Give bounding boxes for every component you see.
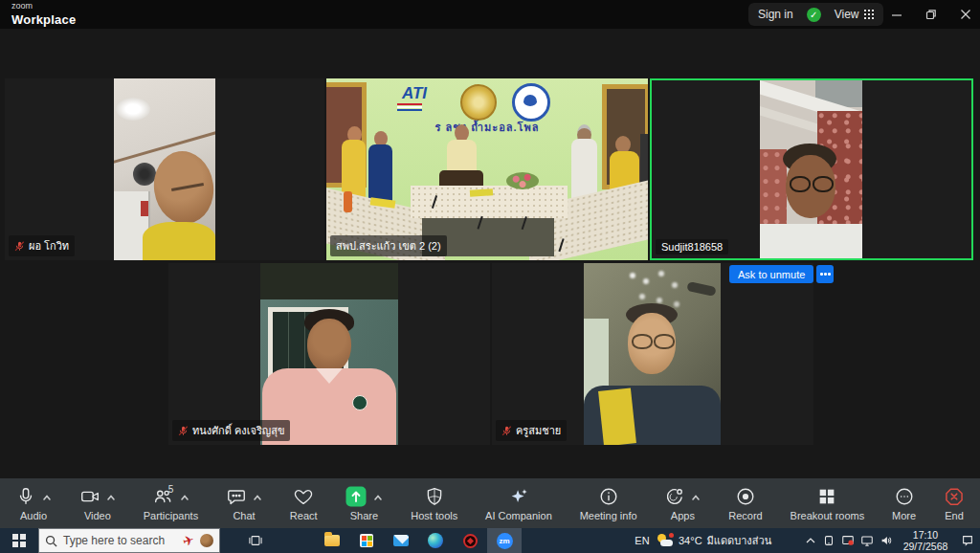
flower-bouquet bbox=[506, 172, 539, 189]
task-view-button[interactable] bbox=[239, 528, 272, 553]
brand-workplace: Workplace bbox=[11, 12, 76, 27]
video-tile-2[interactable]: ATI ร ลชง ถ้ำมะอล.โพล bbox=[326, 78, 648, 260]
sparkle-icon bbox=[508, 486, 529, 507]
taskbar-clock[interactable]: 17:10 29/7/2568 bbox=[898, 528, 953, 553]
screen-with-red-dot-icon bbox=[841, 534, 855, 547]
search-placeholder: Type here to search bbox=[63, 534, 177, 547]
share-button[interactable]: Share bbox=[345, 485, 383, 521]
record-button[interactable]: Record bbox=[728, 485, 762, 521]
start-button[interactable] bbox=[0, 528, 38, 553]
apps-icon bbox=[664, 486, 685, 507]
end-icon bbox=[944, 486, 965, 507]
ethernet-display-icon bbox=[860, 534, 874, 547]
more-button[interactable]: More bbox=[892, 485, 916, 521]
video-feed-3 bbox=[760, 80, 862, 258]
tray-show-hidden-icons[interactable] bbox=[802, 528, 819, 553]
chat-button[interactable]: Chat bbox=[226, 485, 262, 521]
windows-logo-icon bbox=[12, 534, 26, 547]
audio-options-caret[interactable] bbox=[42, 488, 52, 505]
video-tile-1[interactable]: ผอ โกวิท bbox=[5, 78, 324, 260]
apps-label: Apps bbox=[671, 510, 695, 521]
ask-to-unmute-popup: Ask to unmute bbox=[729, 265, 834, 283]
taskbar-search-input[interactable]: Type here to search ✈ bbox=[38, 528, 220, 553]
mail-icon bbox=[393, 535, 409, 546]
close-button[interactable] bbox=[949, 0, 980, 29]
logo-heart bbox=[523, 95, 537, 106]
minimize-button[interactable] bbox=[880, 0, 913, 29]
ask-to-unmute-button[interactable]: Ask to unmute bbox=[729, 265, 813, 283]
video-gallery: ผอ โกวิท ATI ร ลชง ถ้ำมะอล.โพล bbox=[0, 29, 980, 478]
video-feed-1 bbox=[114, 78, 215, 260]
audio-button[interactable]: Audio bbox=[15, 485, 52, 521]
breakout-rooms-button[interactable]: Breakout rooms bbox=[791, 485, 865, 521]
more-options-button[interactable] bbox=[816, 265, 834, 283]
react-button[interactable]: React bbox=[290, 485, 318, 521]
participant-name-label: ครูสมชาย bbox=[496, 420, 567, 441]
view-button[interactable]: View bbox=[835, 8, 874, 21]
video-tile-5[interactable]: ครูสมชาย bbox=[492, 263, 813, 445]
taskbar-file-explorer[interactable] bbox=[315, 528, 349, 553]
white-shirt bbox=[760, 224, 862, 258]
envelope-fold bbox=[393, 535, 409, 543]
weather-icon bbox=[657, 533, 674, 548]
connected-device-icon bbox=[822, 534, 835, 547]
video-tile-4[interactable]: ทนงศักดิ์ คงเจริญสุข bbox=[168, 263, 490, 445]
host-tools-button[interactable]: Host tools bbox=[411, 485, 457, 521]
video-feed-5 bbox=[584, 263, 721, 445]
shield-icon bbox=[424, 486, 445, 507]
tray-network-icon[interactable] bbox=[858, 528, 877, 553]
search-icon bbox=[45, 535, 57, 547]
file-explorer-icon bbox=[324, 535, 340, 546]
end-label: End bbox=[945, 510, 964, 521]
red-circle-app-icon bbox=[463, 534, 478, 548]
action-center-button[interactable] bbox=[957, 528, 978, 553]
video-tile-3-active-speaker[interactable]: Sudjit818658 bbox=[650, 78, 973, 260]
info-icon bbox=[598, 486, 619, 507]
taskbar-red-app[interactable] bbox=[453, 528, 487, 553]
title-bar-actions: Sign in ✓ View bbox=[748, 3, 883, 26]
restore-button[interactable] bbox=[915, 0, 947, 29]
meeting-info-button[interactable]: Meeting info bbox=[580, 485, 637, 521]
orange-bottle bbox=[344, 191, 352, 212]
search-doodle-character-icon bbox=[200, 534, 213, 547]
shirt-logo-patch bbox=[352, 395, 368, 410]
security-shield-icon[interactable]: ✓ bbox=[807, 8, 821, 22]
video-options-caret[interactable] bbox=[106, 488, 116, 505]
glasses-right-lens bbox=[654, 334, 675, 349]
blue-circle-logo bbox=[512, 83, 550, 122]
gallery-grid-icon bbox=[864, 10, 875, 20]
taskbar-store[interactable] bbox=[349, 528, 384, 553]
ati-logo: ATI bbox=[390, 84, 439, 115]
end-meeting-button[interactable]: End bbox=[944, 485, 965, 521]
sign-in-button[interactable]: Sign in bbox=[758, 8, 793, 21]
windows-taskbar: Type here to search ✈ zm EN bbox=[0, 528, 980, 553]
ai-companion-button[interactable]: AI Companion bbox=[485, 485, 552, 521]
participants-button[interactable]: 5 Participants bbox=[144, 485, 198, 521]
taskbar-zoom-active[interactable]: zm bbox=[487, 528, 522, 553]
taskbar-mail[interactable] bbox=[384, 528, 418, 553]
participant-name: ทนงศักดิ์ คงเจริญสุข bbox=[192, 422, 284, 439]
chat-icon bbox=[226, 486, 247, 507]
glasses-left-lens bbox=[632, 334, 653, 349]
participants-options-caret[interactable] bbox=[180, 488, 189, 505]
mic-muted-icon bbox=[14, 241, 25, 252]
apps-button[interactable]: Apps bbox=[664, 485, 701, 521]
share-screen-icon bbox=[345, 485, 368, 508]
tray-device-icon[interactable] bbox=[819, 528, 838, 553]
weather-temperature: 34°C bbox=[679, 535, 702, 546]
view-label: View bbox=[835, 8, 859, 21]
chat-options-caret[interactable] bbox=[253, 488, 262, 505]
tray-volume-icon[interactable] bbox=[877, 528, 896, 553]
language-indicator[interactable]: EN bbox=[630, 528, 655, 553]
clock-date: 29/7/2568 bbox=[903, 541, 948, 552]
participant-name-label: ผอ โกวิท bbox=[9, 235, 75, 256]
participant-name: สพป.สระแก้ว เขต 2 (2) bbox=[336, 237, 441, 254]
tray-screen-record-icon[interactable] bbox=[838, 528, 858, 553]
zoom-app-icon: zm bbox=[497, 533, 513, 549]
weather-widget[interactable]: 34°C มีแดดบางส่วน bbox=[657, 528, 800, 553]
participant-name: ผอ โกวิท bbox=[29, 237, 69, 254]
apps-options-caret[interactable] bbox=[691, 488, 701, 505]
share-options-caret[interactable] bbox=[373, 488, 383, 505]
video-button[interactable]: Video bbox=[79, 485, 116, 521]
taskbar-edge[interactable] bbox=[418, 528, 453, 553]
